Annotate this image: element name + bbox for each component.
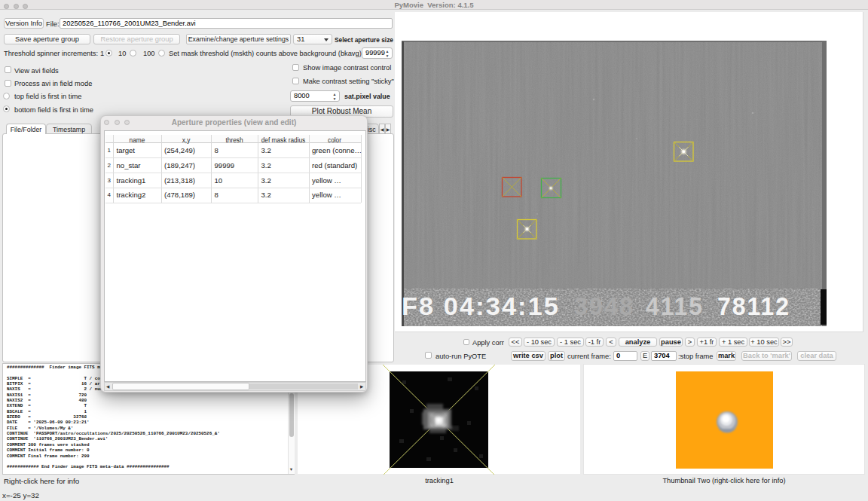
svg-text:F8 04:34:15: F8 04:34:15 bbox=[402, 293, 560, 320]
svg-text:3948: 3948 bbox=[574, 293, 634, 320]
svg-text:78112: 78112 bbox=[717, 293, 790, 320]
svg-text:4115: 4115 bbox=[646, 293, 704, 320]
